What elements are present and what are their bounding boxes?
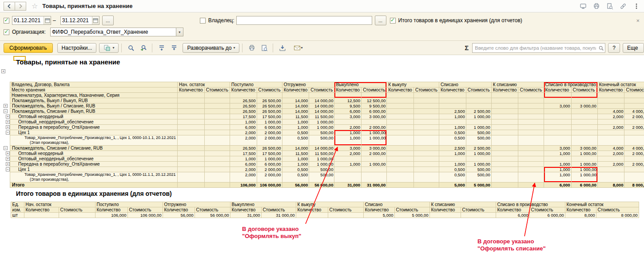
expand-toggle[interactable]: − <box>6 167 10 171</box>
value-cell[interactable]: 2,000 <box>597 114 624 119</box>
save-button[interactable] <box>277 43 288 53</box>
value-cell[interactable] <box>178 130 205 135</box>
owner-checkbox[interactable] <box>200 18 206 24</box>
value-cell[interactable]: 4 000,00 <box>624 109 644 114</box>
value-cell[interactable] <box>334 156 362 162</box>
value-cell[interactable] <box>362 119 387 125</box>
value-cell[interactable] <box>328 213 363 218</box>
value-cell[interactable] <box>597 103 624 109</box>
close-icon[interactable]: × <box>636 17 640 24</box>
expand-toggle[interactable]: − <box>4 109 8 113</box>
value-cell[interactable]: 106 000,00 <box>257 183 282 188</box>
value-cell[interactable]: 1,000 <box>334 135 362 146</box>
value-cell[interactable] <box>413 119 439 125</box>
value-cell[interactable] <box>204 125 230 130</box>
value-cell[interactable]: 0,500 <box>282 167 309 172</box>
value-cell[interactable]: 14,000 <box>282 103 309 109</box>
value-cell[interactable]: 14 000,00 <box>309 103 334 109</box>
generate-button[interactable]: Сформировать <box>4 43 53 53</box>
value-cell[interactable]: 2 000,00 <box>257 172 282 183</box>
settings-button[interactable]: Настройки... <box>57 43 97 53</box>
value-cell[interactable]: 0,500 <box>282 130 309 135</box>
value-cell[interactable] <box>413 103 439 109</box>
value-cell[interactable] <box>624 103 644 109</box>
value-cell[interactable]: 2 000,00 <box>257 167 282 172</box>
value-cell[interactable] <box>518 109 544 114</box>
value-cell[interactable]: 2 500,00 <box>466 109 491 114</box>
value-cell[interactable]: 0,500 <box>282 135 309 146</box>
expand-toggle[interactable]: + <box>6 115 10 119</box>
row-label[interactable]: Цех 1 <box>10 167 178 172</box>
value-cell[interactable]: 1,000 <box>544 162 571 167</box>
value-cell[interactable]: 14,000 <box>282 146 309 151</box>
value-cell[interactable] <box>544 125 571 130</box>
search-next-button[interactable] <box>138 43 149 53</box>
value-cell[interactable] <box>544 119 571 125</box>
value-cell[interactable] <box>413 125 439 130</box>
value-cell[interactable]: 0,500 <box>439 130 466 135</box>
row-label[interactable]: Цех 1 <box>10 130 178 135</box>
printer-icon[interactable] <box>592 2 600 10</box>
value-cell[interactable] <box>624 135 644 146</box>
value-cell[interactable] <box>518 135 544 146</box>
expand-toggle[interactable]: − <box>6 131 10 135</box>
organization-checkbox[interactable]: ✓ <box>4 29 9 35</box>
value-cell[interactable]: 106 000,00 <box>127 213 163 218</box>
value-cell[interactable] <box>439 156 466 162</box>
value-cell[interactable] <box>518 167 544 172</box>
value-cell[interactable]: 2 000,00 <box>257 130 282 135</box>
row-label[interactable]: Товар_Хранение_Потребление_Производство_… <box>10 135 178 146</box>
value-cell[interactable] <box>491 156 518 162</box>
value-cell[interactable]: 26 500,00 <box>257 146 282 151</box>
value-cell[interactable] <box>518 146 544 151</box>
value-cell[interactable] <box>387 183 414 188</box>
value-cell[interactable] <box>387 162 414 167</box>
value-cell[interactable] <box>518 162 544 167</box>
value-cell[interactable] <box>544 114 571 119</box>
row-label[interactable]: Товар_Хранение_Потребление_Производство_… <box>10 172 178 183</box>
value-cell[interactable] <box>413 135 439 146</box>
value-cell[interactable] <box>413 162 439 167</box>
value-cell[interactable] <box>571 130 597 135</box>
value-cell[interactable] <box>413 114 439 119</box>
value-cell[interactable] <box>362 167 387 172</box>
value-cell[interactable]: 106,000 <box>95 213 127 218</box>
value-cell[interactable] <box>518 119 544 125</box>
value-cell[interactable]: 1,000 <box>282 162 309 167</box>
value-cell[interactable]: 8 000,00 <box>596 213 639 218</box>
value-cell[interactable] <box>204 167 230 172</box>
value-cell[interactable]: 17 500,00 <box>257 151 282 156</box>
value-cell[interactable] <box>439 119 466 125</box>
row-label[interactable]: Поклажедатель, Списание / Выкуп, RUB <box>10 109 178 114</box>
value-cell[interactable] <box>518 130 544 135</box>
date-to-field[interactable]: 31.12.2021 <box>60 16 99 25</box>
value-cell[interactable] <box>387 167 414 172</box>
value-cell[interactable]: 17,500 <box>230 114 257 119</box>
value-cell[interactable]: 5,000 <box>363 213 394 218</box>
value-cell[interactable]: 14,000 <box>282 98 309 103</box>
value-cell[interactable] <box>491 114 518 119</box>
value-cell[interactable] <box>544 130 571 135</box>
value-cell[interactable]: 106,000 <box>230 183 257 188</box>
row-label[interactable]: Поклажедатель, Выкуп / Списание, RUB <box>10 103 178 109</box>
value-cell[interactable] <box>334 172 362 183</box>
value-cell[interactable]: 1 000,00 <box>466 114 491 119</box>
value-cell[interactable]: 4,000 <box>597 146 624 151</box>
value-cell[interactable]: 6,000 <box>544 183 571 188</box>
owner-more-button[interactable]: ... <box>375 16 386 25</box>
value-cell[interactable]: 31 000,00 <box>261 213 296 218</box>
value-cell[interactable]: 3 000,00 <box>571 103 597 109</box>
value-cell[interactable] <box>624 156 644 162</box>
value-cell[interactable] <box>491 162 518 167</box>
value-cell[interactable]: 9,500 <box>334 103 362 109</box>
value-cell[interactable]: 8,000 <box>565 213 596 218</box>
value-cell[interactable] <box>597 135 624 146</box>
date-from-field[interactable]: 01.12.2021 <box>12 16 51 25</box>
value-cell[interactable]: 11 500,00 <box>309 114 334 119</box>
value-cell[interactable]: 6 000,00 <box>257 162 282 167</box>
value-cell[interactable]: 1 000,00 <box>571 167 597 172</box>
value-cell[interactable]: 1 000,00 <box>571 162 597 167</box>
value-cell[interactable]: 1,000 <box>230 119 257 125</box>
value-cell[interactable]: 2,000 <box>334 151 362 156</box>
organization-combo[interactable]: ФИФО_Переработка_Ответ_Хранение ▾ <box>50 28 183 36</box>
